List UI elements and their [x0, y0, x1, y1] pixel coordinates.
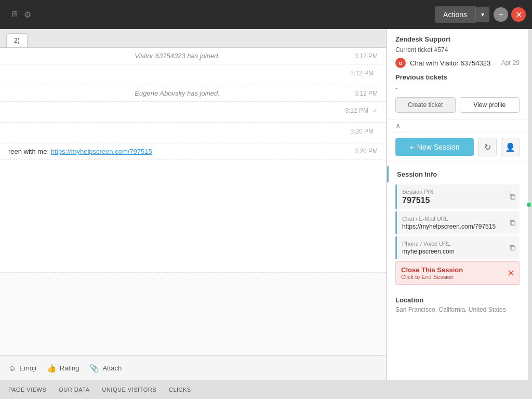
thumbs-up-icon: 👍	[47, 364, 57, 373]
copy-pin-icon[interactable]: ⧉	[510, 192, 515, 202]
create-ticket-button[interactable]: Create ticket	[395, 97, 456, 113]
close-icon: ✕	[515, 10, 522, 20]
location-title: Location	[395, 296, 520, 304]
person-icon: 👤	[505, 142, 515, 152]
close-window-button[interactable]: ✕	[511, 7, 526, 22]
minimize-icon: −	[498, 10, 503, 19]
session-pin-card: Session PIN 797515 ⧉	[395, 184, 520, 209]
phone-voice-value: myhelpscreen.com	[402, 248, 501, 255]
plus-icon: +	[410, 143, 414, 151]
system-message-text: Eugene Abovsky has joined.	[8, 89, 346, 97]
actions-label: Actions	[443, 10, 467, 19]
zendesk-title: Zendesk Support	[395, 35, 520, 43]
session-info-title: Session Info	[397, 170, 437, 178]
actions-arrow-icon: ▾	[481, 11, 484, 18]
top-bar: 🖥 ⚙ Actions ▾ − ✕	[0, 0, 532, 29]
emoji-icon: ☺	[8, 364, 16, 373]
refresh-button[interactable]: ↻	[478, 138, 497, 156]
refresh-icon: ↻	[484, 142, 491, 152]
main-content: 2) Visitor 63754323 has joined. 3:12 PM …	[0, 29, 532, 380]
new-session-row: + New Session ↻ 👤	[387, 132, 528, 162]
attach-icon: 📎	[89, 364, 99, 373]
new-session-button[interactable]: + New Session	[395, 138, 474, 156]
close-session-subtitle: Click to End Session	[401, 274, 500, 280]
chat-email-label: Chat / E-Mail URL	[402, 216, 501, 222]
copy-email-icon[interactable]: ⧉	[510, 218, 515, 228]
bottom-nav: Page Views Our Data Unique Visitors Clic…	[0, 380, 532, 399]
chat-toolbar: ☺ Emoji 👍 Rating 📎 Attach	[0, 355, 386, 380]
settings-icon: ⚙	[24, 10, 31, 20]
list-item: Visitor 63754323 has joined. 3:12 PM	[0, 48, 386, 64]
phone-voice-card: Phone / Voice URL myhelpscreen.com ⧉	[395, 236, 520, 259]
list-item: 3:12 PM ✓	[0, 102, 386, 123]
rating-button[interactable]: 👍 Rating	[47, 364, 79, 373]
check-icon: ✓	[373, 107, 378, 114]
location-section: Location San Francisco, California, Unit…	[387, 291, 528, 318]
monitor-icon: 🖥	[10, 10, 19, 19]
bottom-nav-page-views[interactable]: Page Views	[8, 387, 46, 393]
message-time: 3:12 PM	[354, 90, 378, 97]
emoji-label: Emoji	[19, 364, 36, 372]
zendesk-section: Zendesk Support Current ticket #574 o Ch…	[387, 29, 528, 119]
message-time: 3:20 PM	[354, 148, 378, 155]
bottom-nav-clicks[interactable]: Clicks	[169, 387, 191, 393]
message-time: 3:20 PM	[350, 128, 374, 135]
list-item: 3:12 PM	[0, 64, 386, 85]
collapse-row[interactable]: ∧	[387, 119, 528, 132]
chat-tab[interactable]: 2)	[6, 33, 28, 47]
ticket-buttons: Create ticket View profile	[395, 97, 520, 113]
bottom-nav-unique-visitors[interactable]: Unique Visitors	[102, 387, 156, 393]
person-button[interactable]: 👤	[501, 138, 520, 156]
rating-label: Rating	[60, 364, 79, 372]
current-ticket-label: Current ticket #574	[395, 46, 520, 54]
actions-dropdown-button[interactable]: ▾	[475, 7, 489, 22]
chat-messages: Visitor 63754323 has joined. 3:12 PM 3:1…	[0, 48, 386, 272]
message-prefix: reen with me:	[8, 148, 51, 155]
ticket-row: o Chat with Visitor 63754323 Apr 29	[395, 58, 520, 68]
list-item: Eugene Abovsky has joined. 3:12 PM	[0, 85, 386, 102]
chevron-up-icon: ∧	[395, 122, 401, 130]
actions-button[interactable]: Actions	[435, 6, 475, 23]
close-session-card[interactable]: Close This Session Click to End Session …	[395, 261, 520, 285]
attach-label: Attach	[102, 364, 122, 372]
system-message-text: Visitor 63754323 has joined.	[8, 52, 346, 60]
session-info-header: Session Info	[387, 166, 528, 182]
close-session-icon[interactable]: ✕	[507, 268, 515, 279]
chat-area: 2) Visitor 63754323 has joined. 3:12 PM …	[0, 29, 387, 380]
session-pin-label: Session PIN	[402, 189, 501, 195]
far-right-panel	[528, 29, 532, 380]
location-text: San Francisco, California, United States	[395, 306, 520, 313]
green-status-dot	[527, 203, 531, 207]
chat-email-value: https://myhelpscreen.com/797515	[402, 223, 501, 230]
chat-email-card: Chat / E-Mail URL https://myhelpscreen.c…	[395, 211, 520, 234]
prev-tickets-label: Previous tickets	[395, 73, 520, 81]
message-content: reen with me: https://myhelpscreen.com/7…	[8, 148, 346, 155]
tab-bar: 2)	[0, 29, 386, 48]
emoji-button[interactable]: ☺ Emoji	[8, 364, 36, 373]
copy-phone-icon[interactable]: ⧉	[510, 243, 515, 252]
attach-button[interactable]: 📎 Attach	[89, 364, 122, 373]
session-link[interactable]: https://myhelpscreen.com/797515	[51, 148, 152, 155]
message-time: 3:12 PM	[345, 107, 368, 114]
message-time: 3:12 PM	[350, 70, 374, 77]
view-profile-button[interactable]: View profile	[460, 97, 520, 113]
new-session-label: New Session	[417, 143, 460, 151]
session-info-section: Session Info Session PIN 797515 ⧉ Chat /…	[387, 166, 528, 291]
message-time: 3:12 PM	[354, 52, 378, 60]
ticket-date: Apr 29	[501, 59, 520, 66]
tab-label: 2)	[14, 37, 20, 44]
close-session-title: Close This Session	[401, 266, 500, 274]
minimize-button[interactable]: −	[494, 7, 508, 22]
list-item: reen with me: https://myhelpscreen.com/7…	[0, 143, 386, 160]
ticket-badge: o	[395, 58, 406, 68]
bottom-nav-our-data[interactable]: Our Data	[59, 387, 89, 393]
top-bar-left: 🖥 ⚙	[10, 10, 31, 20]
ticket-name: Chat with Visitor 63754323	[410, 59, 497, 67]
typing-area[interactable]	[0, 272, 386, 355]
session-pin-value: 797515	[402, 196, 501, 205]
right-panel: Zendesk Support Current ticket #574 o Ch…	[387, 29, 528, 380]
phone-voice-label: Phone / Voice URL	[402, 241, 501, 247]
prev-tickets-dash: -	[395, 84, 520, 92]
list-item: 3:20 PM	[0, 123, 386, 143]
